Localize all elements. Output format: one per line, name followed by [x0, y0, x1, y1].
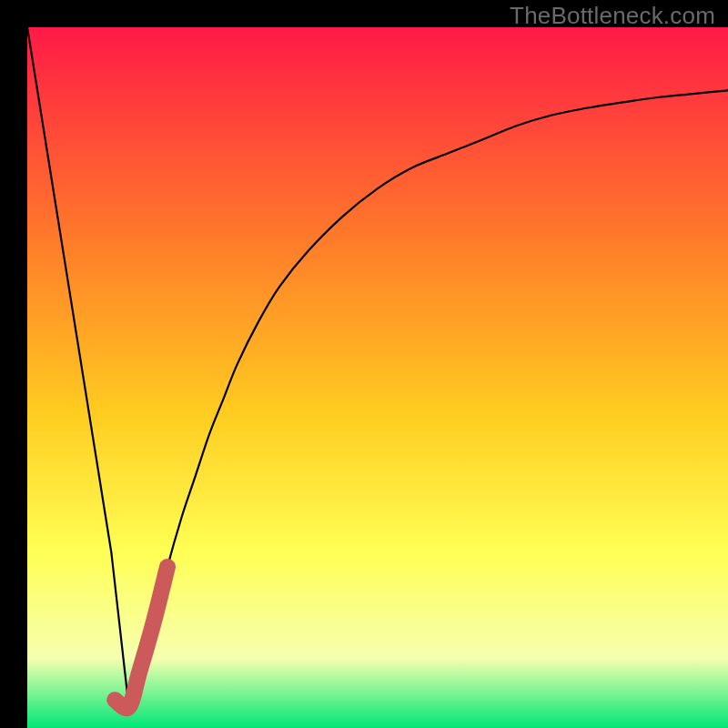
plot-area	[27, 27, 728, 728]
chart-frame: TheBottleneck.com	[0, 0, 728, 728]
chart-svg	[27, 27, 728, 728]
watermark-text: TheBottleneck.com	[510, 2, 715, 30]
gradient-background	[27, 27, 728, 728]
